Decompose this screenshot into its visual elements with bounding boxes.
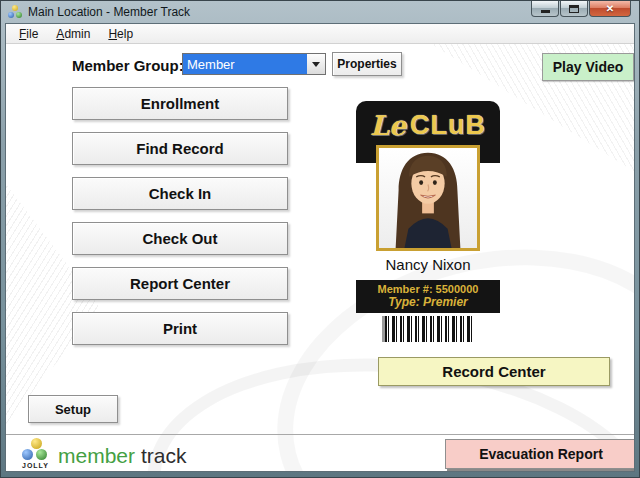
card-info-strip: Member #: 5500000 Type: Premier [356,280,500,313]
card-brand-le: Le [370,110,406,141]
client-area: File Admin Help Member Group: Member Pro… [5,23,635,472]
close-button[interactable]: ✕ [589,1,631,17]
play-video-button[interactable]: Play Video [542,53,634,81]
find-record-button[interactable]: Find Record [72,132,288,165]
member-number: Member #: 5500000 [356,283,500,295]
member-group-value: Member [187,57,235,72]
app-logo-icon [8,5,22,19]
minimize-icon [541,10,550,13]
member-type: Type: Premier [356,295,500,309]
member-group-label: Member Group: [72,57,184,74]
maximize-icon [569,5,579,13]
properties-button[interactable]: Properties [332,52,402,76]
setup-button[interactable]: Setup [28,395,118,423]
menu-file[interactable]: File [10,25,47,43]
member-group-select[interactable]: Member [182,53,308,75]
product-name-member: member [58,444,135,467]
menu-help[interactable]: Help [99,25,142,43]
background-decoration [6,184,101,424]
member-barcode [382,316,474,342]
window-title: Main Location - Member Track [28,5,190,19]
evacuation-report-button[interactable]: Evacuation Report [445,439,635,469]
menu-bar: File Admin Help [6,24,634,44]
footer-divider [6,434,634,435]
logo-ball-green [36,449,47,460]
maximize-button[interactable] [560,1,588,17]
record-center-button[interactable]: Record Center [378,357,610,386]
report-center-button[interactable]: Report Center [72,267,288,300]
check-out-button[interactable]: Check Out [72,222,288,255]
logo-ball-yellow [31,438,42,449]
check-in-button[interactable]: Check In [72,177,288,210]
product-name-track: track [141,444,187,467]
product-name: membertrack [58,444,187,468]
jolly-logo: JOLLY [20,438,56,472]
window-controls: ✕ [531,1,631,17]
member-name: Nancy Nixon [356,256,500,273]
member-photo [376,145,480,251]
member-group-dropdown-button[interactable] [307,53,326,75]
app-window: Main Location - Member Track ✕ File Admi… [0,0,640,478]
card-brand-club: CLuB [410,110,486,141]
close-icon: ✕ [606,3,614,14]
logo-ball-blue [22,449,33,460]
minimize-button[interactable] [531,1,559,17]
enrollment-button[interactable]: Enrollment [72,87,288,120]
print-button[interactable]: Print [72,312,288,345]
chevron-down-icon [312,62,320,67]
logo-wordmark: JOLLY [22,462,49,469]
menu-admin[interactable]: Admin [47,25,99,43]
member-id-card: Le CLuB [356,101,500,342]
